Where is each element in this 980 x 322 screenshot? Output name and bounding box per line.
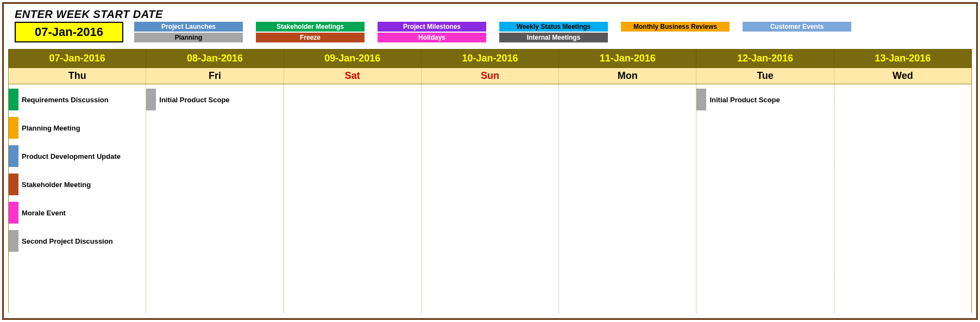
date-header-cell: 11-Jan-2016	[559, 49, 696, 67]
day-column	[834, 84, 971, 313]
event-item[interactable]: Requirements Discussion	[9, 88, 146, 112]
event-color-bar	[9, 202, 18, 224]
legend-monthly-business-reviews: Monthly Business Reviews	[621, 22, 730, 32]
legend-internal-meetings: Internal Meetings	[499, 33, 608, 42]
day-header-cell: Tue	[696, 68, 834, 84]
enter-week-label: ENTER WEEK START DATE	[15, 8, 965, 21]
event-color-bar	[9, 117, 18, 139]
event-item[interactable]: Planning Meeting	[9, 116, 146, 140]
event-item[interactable]: Morale Event	[9, 201, 146, 225]
day-header-row: ThuFriSatSunMonTueWed	[8, 68, 972, 84]
legend-planning: Planning	[134, 33, 243, 42]
day-header-cell: Mon	[559, 68, 696, 84]
day-header-cell: Sun	[422, 68, 559, 84]
legend-freeze: Freeze	[256, 33, 365, 42]
date-header-cell: 12-Jan-2016	[696, 49, 834, 67]
event-item[interactable]: Second Project Discussion	[9, 229, 146, 253]
date-header-cell: 08-Jan-2016	[146, 49, 284, 67]
legend-row-1: Project LaunchesStakeholder MeetingsProj…	[134, 22, 965, 32]
legend-stakeholder-meetings: Stakeholder Meetings	[256, 22, 365, 32]
day-column: Requirements DiscussionPlanning MeetingP…	[9, 84, 146, 313]
event-color-bar	[146, 89, 156, 110]
legend-project-launches: Project Launches	[134, 22, 243, 32]
event-item[interactable]: Stakeholder Meeting	[9, 172, 146, 196]
top-region: ENTER WEEK START DATE 07-Jan-2016 Projec…	[4, 4, 976, 49]
event-label: Second Project Discussion	[18, 237, 113, 245]
legend: Project LaunchesStakeholder MeetingsProj…	[134, 22, 965, 42]
event-label: Planning Meeting	[18, 124, 80, 132]
event-item[interactable]: Initial Product Scope	[696, 88, 833, 112]
calendar: 07-Jan-201608-Jan-201609-Jan-201610-Jan-…	[8, 49, 972, 313]
date-header-cell: 10-Jan-2016	[422, 49, 559, 67]
date-header-cell: 09-Jan-2016	[284, 49, 422, 67]
day-header-cell: Thu	[9, 68, 146, 84]
legend-row-2: PlanningFreezeHolidaysInternal Meetings	[134, 33, 965, 42]
top-row: 07-Jan-2016 Project LaunchesStakeholder …	[15, 22, 965, 42]
date-header-cell: 13-Jan-2016	[834, 49, 971, 67]
event-label: Requirements Discussion	[18, 96, 109, 104]
date-header-row: 07-Jan-201608-Jan-201609-Jan-201610-Jan-…	[8, 49, 972, 68]
legend-holidays: Holidays	[378, 33, 486, 42]
event-label: Stakeholder Meeting	[18, 181, 91, 189]
event-color-bar	[9, 89, 18, 110]
date-header-cell: 07-Jan-2016	[9, 49, 146, 67]
event-label: Initial Product Scope	[706, 96, 780, 104]
event-label: Initial Product Scope	[156, 96, 229, 104]
legend-weekly-status-meetings: Weekly Status Meetings	[499, 22, 608, 32]
event-color-bar	[696, 89, 706, 110]
day-column	[284, 84, 422, 313]
calendar-body: Requirements DiscussionPlanning MeetingP…	[8, 84, 972, 313]
event-item[interactable]: Initial Product Scope	[146, 88, 283, 112]
day-header-cell: Fri	[146, 68, 284, 84]
event-label: Product Development Update	[18, 152, 121, 160]
calendar-frame: ENTER WEEK START DATE 07-Jan-2016 Projec…	[2, 2, 978, 320]
event-item[interactable]: Product Development Update	[9, 144, 146, 168]
event-color-bar	[9, 145, 18, 167]
legend-customer-events: Customer Events	[743, 22, 851, 32]
event-color-bar	[9, 230, 18, 252]
legend-project-milestones: Project Milestones	[378, 22, 486, 32]
day-column	[422, 84, 559, 313]
day-header-cell: Sat	[284, 68, 422, 84]
day-column	[559, 84, 696, 313]
week-start-date-input[interactable]: 07-Jan-2016	[15, 22, 123, 42]
event-label: Morale Event	[18, 209, 66, 217]
day-column: Initial Product Scope	[146, 84, 284, 313]
day-header-cell: Wed	[834, 68, 971, 84]
day-column: Initial Product Scope	[696, 84, 834, 313]
event-color-bar	[9, 174, 18, 195]
